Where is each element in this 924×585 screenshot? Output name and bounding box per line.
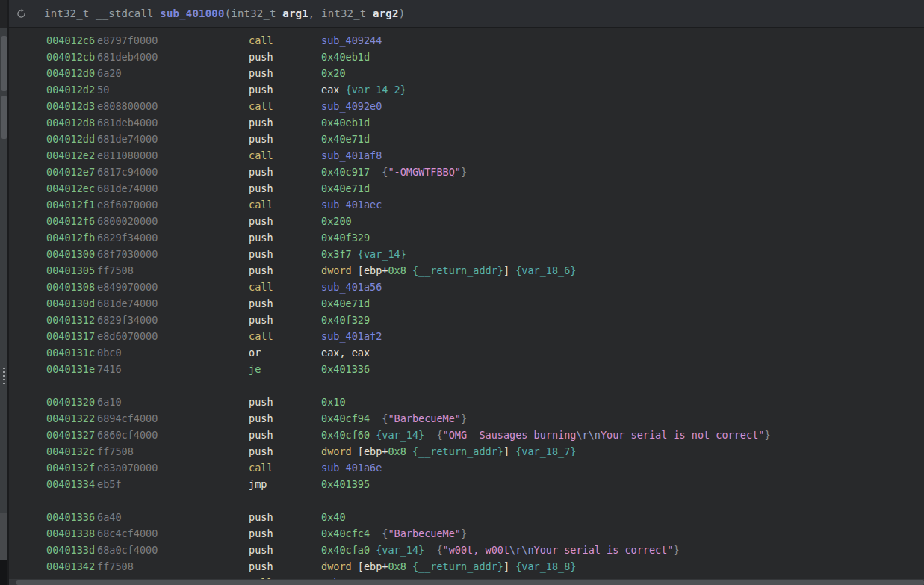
disasm-row[interactable]: 004013126829f34000push0x40f329 bbox=[9, 312, 924, 328]
operand-var[interactable]: {__return_addr} bbox=[412, 264, 503, 276]
instruction-address[interactable]: 004012f6 bbox=[46, 213, 97, 229]
instruction-address[interactable]: 004012e7 bbox=[46, 164, 97, 180]
operand-kw[interactable]: dword bbox=[321, 560, 352, 572]
operand-var[interactable]: {var_14} bbox=[376, 429, 424, 441]
signature-token[interactable]: arg1 bbox=[282, 7, 308, 19]
operand-num[interactable]: 0x40 bbox=[321, 511, 346, 523]
instruction-mnemonic[interactable]: push bbox=[249, 246, 321, 262]
instruction-address[interactable]: 004012f1 bbox=[46, 196, 97, 213]
operand-num[interactable]: 0x40f329 bbox=[321, 232, 370, 244]
operand-sym[interactable]: sub_4092e0 bbox=[321, 100, 382, 112]
operand-var[interactable]: {__return_addr} bbox=[412, 445, 503, 457]
operand-num[interactable]: 0x401395 bbox=[321, 478, 370, 490]
disasm-row[interactable]: 00401317e8d6070000callsub_401af2 bbox=[9, 328, 924, 344]
disasm-row[interactable]: 004012fb6829f34000push0x40f329 bbox=[9, 229, 924, 246]
operand-num[interactable]: 0x8 bbox=[388, 264, 406, 276]
instruction-mnemonic[interactable]: push bbox=[249, 262, 321, 279]
instruction-mnemonic[interactable]: call bbox=[249, 328, 321, 344]
operand-num[interactable]: 0x401336 bbox=[321, 363, 370, 375]
operand-reg[interactable]: ebp bbox=[364, 264, 382, 276]
operand-var[interactable]: {var_14_2} bbox=[346, 84, 406, 96]
disasm-row[interactable]: 004012f1e8f6070000callsub_401aec bbox=[9, 196, 924, 213]
instruction-mnemonic[interactable]: push bbox=[249, 81, 321, 98]
instruction-address[interactable]: 00401338 bbox=[46, 525, 97, 542]
instruction-address[interactable]: 004012d3 bbox=[46, 98, 97, 114]
operand-num[interactable]: 0x40cfc4 bbox=[321, 527, 370, 539]
operand-num[interactable]: 0x40e71d bbox=[321, 182, 370, 194]
disasm-row[interactable]: 004012e76817c94000push0x40c917 {"-OMGWTF… bbox=[9, 164, 924, 180]
operand-num[interactable]: 0x40cfa0 bbox=[321, 544, 370, 556]
disasm-row[interactable]: 004012d250pusheax {var_14_2} bbox=[9, 81, 924, 98]
instruction-address[interactable]: 00401327 bbox=[46, 427, 97, 443]
instruction-mnemonic[interactable]: push bbox=[249, 509, 321, 525]
instruction-mnemonic[interactable]: push bbox=[249, 542, 321, 558]
operand-var[interactable]: {var_14} bbox=[376, 544, 424, 556]
instruction-mnemonic[interactable]: je bbox=[249, 361, 321, 377]
operand-str[interactable]: "-OMGWTFBBQ" bbox=[388, 166, 461, 178]
disasm-row[interactable]: 0040130068f7030000push0x3f7 {var_14} bbox=[9, 246, 924, 262]
reanalyze-icon[interactable] bbox=[16, 8, 27, 19]
operand-num[interactable]: 0x40cf94 bbox=[321, 412, 370, 424]
operand-num[interactable]: 0x200 bbox=[321, 215, 352, 227]
operand-str[interactable]: "BarbecueMe" bbox=[388, 527, 461, 539]
instruction-mnemonic[interactable]: push bbox=[249, 65, 321, 81]
instruction-mnemonic[interactable]: call bbox=[249, 196, 321, 213]
operand-reg[interactable]: eax bbox=[321, 347, 339, 359]
instruction-mnemonic[interactable]: push bbox=[249, 229, 321, 246]
disasm-row[interactable]: 00401305ff7508pushdword [ebp+0x8 {__retu… bbox=[9, 262, 924, 279]
instruction-address[interactable]: 004012cb bbox=[46, 49, 97, 65]
instruction-address[interactable]: 0040131e bbox=[46, 361, 97, 377]
disasm-row[interactable]: 004012e2e811080000callsub_401af8 bbox=[9, 147, 924, 164]
operand-var[interactable]: {__return_addr} bbox=[412, 560, 503, 572]
instruction-address[interactable]: 00401334 bbox=[46, 476, 97, 492]
operand-var[interactable]: {var_18_7} bbox=[515, 445, 576, 457]
operand-sym[interactable]: sub_401aec bbox=[321, 199, 382, 211]
instruction-mnemonic[interactable]: push bbox=[249, 114, 321, 131]
disasm-row[interactable]: 0040130d681de74000push0x40e71d bbox=[9, 295, 924, 312]
disasm-row[interactable]: 0040131e7416je0x401336 bbox=[9, 361, 924, 377]
instruction-address[interactable]: 00401300 bbox=[46, 246, 97, 262]
instruction-address[interactable]: 00401336 bbox=[46, 509, 97, 525]
instruction-address[interactable]: 004012c6 bbox=[46, 32, 97, 49]
disasm-row[interactable]: 004012dd681de74000push0x40e71d bbox=[9, 131, 924, 147]
instruction-mnemonic[interactable]: push bbox=[249, 180, 321, 196]
disasm-row[interactable]: 0040132cff7508pushdword [ebp+0x8 {__retu… bbox=[9, 443, 924, 459]
disasm-row[interactable]: 004012d06a20push0x20 bbox=[9, 65, 924, 81]
disasm-row[interactable]: 0040132fe83a070000callsub_401a6e bbox=[9, 459, 924, 476]
instruction-address[interactable]: 0040132c bbox=[46, 443, 97, 459]
instruction-address[interactable]: 0040132f bbox=[46, 459, 97, 476]
horizontal-scrollbar-thumb[interactable] bbox=[16, 580, 924, 585]
operand-num[interactable]: 0x8 bbox=[388, 560, 406, 572]
instruction-address[interactable]: 0040130d bbox=[46, 295, 97, 312]
operand-str[interactable]: "w00t, w00t bbox=[443, 544, 509, 556]
operand-kw[interactable]: dword bbox=[321, 445, 352, 457]
instruction-mnemonic[interactable]: push bbox=[249, 213, 321, 229]
operand-str[interactable]: Your serial is not correct" bbox=[601, 429, 764, 441]
disasm-row[interactable]: 004013276860cf4000push0x40cf60 {var_14} … bbox=[9, 427, 924, 443]
operand-num[interactable]: 0x40e71d bbox=[321, 133, 370, 145]
disasm-row[interactable]: 004013366a40push0x40 bbox=[9, 509, 924, 525]
disasm-row[interactable]: 00401342ff7508pushdword [ebp+0x8 {__retu… bbox=[9, 558, 924, 575]
instruction-mnemonic[interactable]: call bbox=[249, 147, 321, 164]
instruction-address[interactable]: 004012d0 bbox=[46, 65, 97, 81]
disasm-row[interactable]: 004013206a10push0x10 bbox=[9, 394, 924, 410]
instruction-mnemonic[interactable]: push bbox=[249, 410, 321, 427]
signature-token[interactable]: sub_401000 bbox=[160, 7, 224, 19]
operand-reg[interactable]: eax bbox=[321, 84, 339, 96]
instruction-mnemonic[interactable]: push bbox=[249, 525, 321, 542]
instruction-mnemonic[interactable]: push bbox=[249, 295, 321, 312]
operand-num[interactable]: 0x40cf60 bbox=[321, 429, 370, 441]
instruction-address[interactable]: 0040133d bbox=[46, 542, 97, 558]
disassembly-view[interactable]: 004012c6e8797f0000callsub_409244004012cb… bbox=[9, 28, 924, 579]
instruction-address[interactable]: 00401312 bbox=[46, 312, 97, 328]
disasm-row[interactable]: 00401334eb5fjmp0x401395 bbox=[9, 476, 924, 492]
operand-kw[interactable]: dword bbox=[321, 264, 352, 276]
signature-token[interactable]: arg2 bbox=[373, 7, 399, 19]
instruction-mnemonic[interactable]: push bbox=[249, 394, 321, 410]
disasm-row[interactable]: 004012c6e8797f0000callsub_409244 bbox=[9, 32, 924, 49]
operand-num[interactable]: 0x40eb1d bbox=[321, 51, 370, 63]
disasm-row[interactable]: 004012f66800020000push0x200 bbox=[9, 213, 924, 229]
operand-str[interactable]: "BarbecueMe" bbox=[388, 412, 461, 424]
disasm-row[interactable]: 004012d3e808800000callsub_4092e0 bbox=[9, 98, 924, 114]
disasm-row[interactable]: 00401308e849070000callsub_401a56 bbox=[9, 279, 924, 295]
